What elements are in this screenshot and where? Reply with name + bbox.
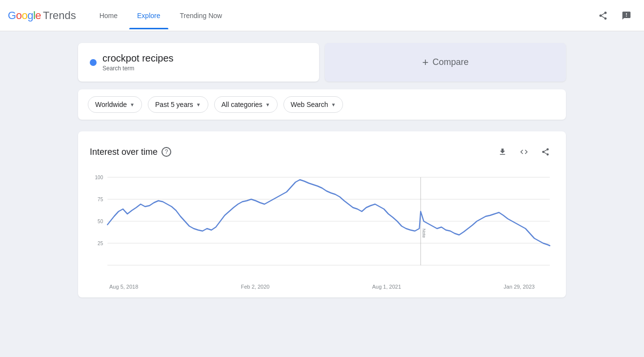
region-chevron: ▼: [130, 102, 135, 107]
time-filter[interactable]: Past 5 years ▼: [148, 96, 208, 113]
help-label: ?: [165, 148, 168, 155]
chart-share-button[interactable]: [537, 143, 554, 161]
x-label-0: Aug 5, 2018: [109, 284, 138, 290]
svg-text:25: 25: [98, 241, 103, 247]
chart-area: 100 75 50 25 Note: [90, 172, 554, 280]
main-nav: Home Explore Trending Now: [92, 8, 582, 23]
search-type-chevron: ▼: [331, 102, 336, 107]
chart-svg: 100 75 50 25 Note: [90, 172, 554, 280]
search-type-label: Search term: [102, 65, 174, 72]
app-header: Google Trends Home Explore Trending Now: [0, 0, 644, 31]
feedback-button[interactable]: [617, 6, 636, 25]
download-button[interactable]: [494, 143, 511, 161]
filter-row: Worldwide ▼ Past 5 years ▼ All categorie…: [78, 89, 566, 120]
region-label: Worldwide: [95, 101, 127, 108]
embed-button[interactable]: [515, 143, 533, 161]
nav-explore[interactable]: Explore: [129, 8, 168, 23]
chart-title: Interest over time: [90, 147, 158, 157]
search-compare-row: crockpot recipes Search term + Compare: [78, 43, 566, 82]
category-chevron: ▼: [265, 102, 270, 107]
search-card: crockpot recipes Search term: [78, 43, 319, 82]
svg-text:75: 75: [98, 197, 103, 203]
share-button[interactable]: [593, 6, 613, 25]
help-icon[interactable]: ?: [161, 147, 171, 157]
svg-text:100: 100: [95, 175, 103, 181]
search-type-filter-label: Web Search: [291, 101, 328, 108]
nav-trending[interactable]: Trending Now: [172, 8, 230, 23]
search-info: crockpot recipes Search term: [102, 53, 174, 72]
svg-text:Note: Note: [422, 229, 426, 238]
time-label: Past 5 years: [155, 101, 193, 108]
chart-title-row: Interest over time ?: [90, 147, 171, 157]
compare-plus-icon: +: [423, 56, 429, 69]
time-chevron: ▼: [196, 102, 201, 107]
search-dot: [90, 59, 97, 66]
compare-card[interactable]: + Compare: [325, 43, 566, 82]
svg-text:50: 50: [98, 219, 103, 225]
compare-label: Compare: [432, 57, 468, 67]
x-label-3: Jan 29, 2023: [503, 284, 535, 290]
logo: Google Trends: [8, 9, 76, 22]
x-label-2: Aug 1, 2021: [372, 284, 401, 290]
nav-home[interactable]: Home: [92, 8, 125, 23]
x-label-1: Feb 2, 2020: [241, 284, 270, 290]
chart-x-labels: Aug 5, 2018 Feb 2, 2020 Aug 1, 2021 Jan …: [90, 280, 554, 290]
region-filter[interactable]: Worldwide ▼: [88, 96, 142, 113]
chart-card: Interest over time ?: [78, 131, 566, 297]
search-type-filter[interactable]: Web Search ▼: [283, 96, 343, 113]
category-label: All categories: [221, 101, 262, 108]
header-actions: [593, 6, 636, 25]
chart-header: Interest over time ?: [90, 143, 554, 161]
main-content: crockpot recipes Search term + Compare W…: [0, 31, 644, 309]
chart-actions: [494, 143, 554, 161]
logo-google-text: Google: [8, 9, 41, 22]
logo-trends-text: Trends: [43, 9, 76, 22]
category-filter[interactable]: All categories ▼: [214, 96, 278, 113]
search-term: crockpot recipes: [102, 53, 174, 64]
